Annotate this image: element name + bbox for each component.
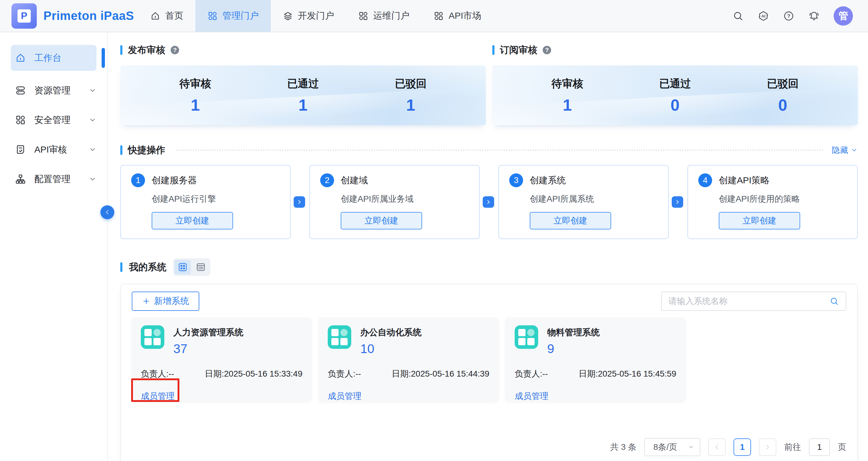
grid-icon [208, 11, 218, 21]
sidebar-item-config-mgmt[interactable]: 配置管理 [11, 164, 96, 194]
notification-bell-icon[interactable] [808, 10, 820, 22]
system-owner: 负责人:-- [328, 368, 361, 379]
next-page-button[interactable] [759, 438, 776, 456]
main-content: 发布审核 ? 待审核 1 已通过 1 已驳回 1 [108, 32, 868, 461]
system-date: 日期:2025-05-16 15:33:49 [205, 368, 302, 379]
list-view-button[interactable] [193, 260, 209, 274]
system-name: 人力资源管理系统 [173, 327, 243, 339]
step-number-badge: 4 [698, 173, 712, 187]
grid-view-button[interactable] [175, 260, 191, 274]
create-now-button[interactable]: 立即创建 [530, 212, 611, 229]
member-management-link[interactable]: 成员管理 [328, 391, 362, 402]
nav-item-label: 首页 [165, 10, 183, 22]
publish-review-section: 发布审核 ? 待审核 1 已通过 1 已驳回 1 [120, 44, 486, 125]
system-search-box [661, 291, 846, 311]
brand-name: Primeton iPaaS [43, 9, 134, 23]
step-arrow-icon [672, 196, 683, 208]
step-number-badge: 1 [131, 173, 145, 187]
user-avatar[interactable]: 管 [834, 6, 853, 26]
system-owner: 负责人:-- [515, 368, 548, 379]
sidebar-item-label: 安全管理 [34, 114, 70, 126]
system-app-icon [515, 325, 538, 349]
sidebar-collapse-button[interactable] [100, 205, 114, 219]
nav-item-label: 开发门户 [298, 10, 334, 22]
ai-assistant-icon[interactable] [758, 10, 769, 22]
page-size-value: 8条/页 [653, 441, 677, 453]
sidebar-item-resource-mgmt[interactable]: 资源管理 [11, 76, 96, 105]
sidebar-item-api-review[interactable]: API审核 [11, 135, 96, 164]
quick-card-create-domain: 2 创建域 创建API所属业务域 立即创建 [309, 165, 480, 239]
section-accent-bar [120, 145, 122, 155]
page-size-select[interactable]: 8条/页 [644, 438, 701, 456]
nav-item-dev-portal[interactable]: 开发门户 [271, 0, 346, 32]
quick-actions-section: 快捷操作 隐藏 1 创建服务器 创建API运行引擎 立即创建 [120, 144, 858, 239]
system-date: 日期:2025-05-16 15:45:59 [579, 368, 676, 379]
search-icon[interactable] [829, 296, 839, 306]
nav-item-admin-portal[interactable]: 管理门户 [195, 0, 271, 32]
help-icon[interactable] [783, 10, 795, 22]
chevron-left-icon [714, 444, 720, 451]
sidebar-item-workbench[interactable]: 工作台 [11, 45, 96, 71]
sidebar-item-label: API审核 [34, 144, 67, 156]
stat-label: 已驳回 [395, 76, 427, 91]
member-management-link[interactable]: 成员管理 [515, 391, 549, 402]
nav-item-label: API市场 [448, 10, 481, 22]
create-now-button[interactable]: 立即创建 [152, 212, 233, 229]
add-system-button[interactable]: 新增系统 [132, 291, 199, 311]
quick-card-desc: 创建API所属业务域 [341, 193, 469, 205]
quick-card-create-server: 1 创建服务器 创建API运行引擎 立即创建 [120, 165, 291, 239]
nav-item-label: 管理门户 [222, 10, 259, 22]
system-date: 日期:2025-05-16 15:44:39 [392, 368, 489, 379]
chevron-left-icon [104, 209, 111, 216]
sidebar-item-label: 工作台 [34, 52, 62, 64]
quick-card-desc: 创建API运行引擎 [152, 193, 280, 205]
section-title: 发布审核 [128, 44, 165, 56]
org-tree-icon [15, 174, 26, 185]
my-systems-panel: 新增系统 人力资源管理系统 37 [120, 284, 858, 461]
stat-value: 1 [287, 96, 319, 114]
system-search-input[interactable] [669, 296, 829, 306]
page-unit-label: 页 [838, 441, 846, 453]
stat-label: 已驳回 [767, 76, 799, 91]
create-now-button[interactable]: 立即创建 [719, 212, 800, 229]
nav-item-ops-portal[interactable]: 运维门户 [346, 0, 422, 32]
chevron-down-icon [688, 444, 694, 451]
system-app-icon [328, 325, 351, 349]
quick-card-desc: 创建API所属系统 [530, 193, 658, 205]
navbar-actions: 管 [732, 0, 853, 32]
help-icon[interactable]: ? [543, 46, 551, 54]
subscription-review-stats-card: 待审核 1 已通过 0 已驳回 0 [492, 65, 858, 125]
dotted-divider [176, 150, 824, 151]
stat-label: 已通过 [287, 76, 319, 91]
help-icon[interactable]: ? [170, 46, 179, 54]
grid-icon [434, 11, 444, 21]
list-view-icon [196, 262, 206, 272]
system-name: 物料管理系统 [547, 327, 600, 339]
nav-item-home[interactable]: 首页 [138, 0, 195, 32]
page-number-button[interactable]: 1 [734, 438, 751, 456]
section-title: 快捷操作 [128, 144, 165, 156]
nav-item-label: 运维门户 [373, 10, 409, 22]
stat-rejected: 已驳回 1 [395, 76, 427, 114]
stat-label: 待审核 [179, 76, 211, 91]
system-api-count: 10 [360, 342, 422, 356]
goto-page-input[interactable] [809, 438, 830, 456]
portal-menu: 首页 管理门户 开发门户 运维门户 API市场 [138, 0, 493, 32]
search-icon[interactable] [732, 10, 744, 22]
sidebar-item-security-mgmt[interactable]: 安全管理 [11, 105, 96, 135]
stat-value: 1 [395, 96, 427, 114]
quick-card-title: 创建系统 [530, 174, 566, 187]
hide-quick-actions-link[interactable]: 隐藏 [832, 145, 858, 156]
nav-item-api-market[interactable]: API市场 [422, 0, 493, 32]
sidebar: 工作台 资源管理 安全管理 API审核 配置管理 [0, 32, 108, 461]
add-system-label: 新增系统 [154, 295, 189, 307]
subscription-review-section: 订阅审核 ? 待审核 1 已通过 0 已驳回 0 [492, 44, 858, 125]
create-now-button[interactable]: 立即创建 [341, 212, 422, 229]
stat-value: 0 [659, 96, 691, 114]
section-accent-bar [120, 45, 122, 55]
member-management-link[interactable]: 成员管理 [141, 391, 175, 402]
stat-pending: 待审核 1 [179, 76, 211, 114]
stat-approved: 已通过 0 [659, 76, 691, 114]
prev-page-button[interactable] [708, 438, 726, 456]
system-app-icon [141, 325, 164, 349]
